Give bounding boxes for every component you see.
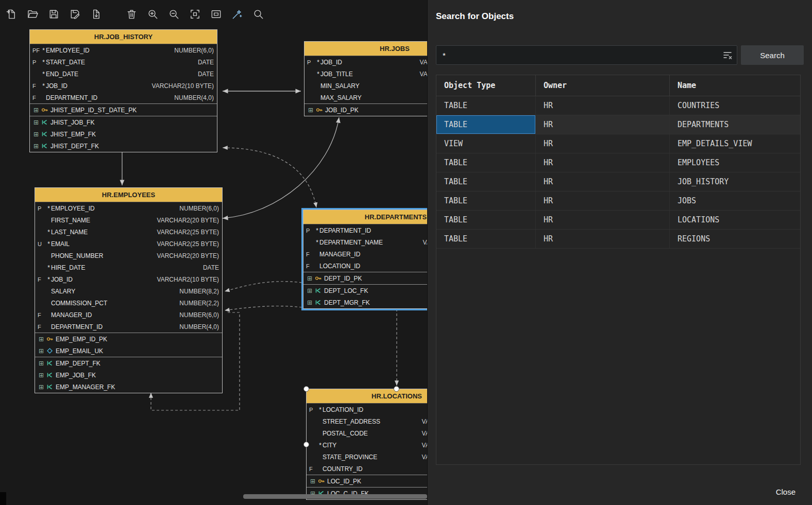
expand-icon[interactable]: ⊞: [307, 288, 312, 294]
delete-button[interactable]: [122, 5, 141, 24]
entity-departments[interactable]: HR.DEPARTMENTSP*DEPARTMENT_ID*DEPARTMENT…: [303, 210, 427, 309]
column-header-object-type[interactable]: Object Type: [436, 75, 536, 96]
expand-icon[interactable]: ⊞: [307, 300, 312, 306]
cell-owner[interactable]: HR: [536, 191, 670, 210]
diagram-canvas[interactable]: HR.JOB_HISTORYPF*EMPLOYEE_IDNUMBER(6,0)P…: [0, 0, 427, 505]
entity-title[interactable]: HR.DEPARTMENTS: [303, 210, 427, 224]
export-button[interactable]: [87, 5, 106, 24]
cell-object-type[interactable]: TABLE: [436, 191, 536, 210]
result-row[interactable]: TABLEHRJOBS: [436, 191, 800, 211]
expand-icon[interactable]: ⊞: [308, 107, 313, 113]
required-marker: *: [315, 239, 319, 246]
expand-icon[interactable]: ⊞: [39, 360, 44, 367]
cell-object-type[interactable]: VIEW: [436, 134, 536, 153]
cell-name[interactable]: JOB_HISTORY: [670, 172, 801, 191]
result-row[interactable]: TABLEHRDEPARTMENTS: [436, 115, 800, 134]
expand-icon[interactable]: ⊞: [307, 275, 312, 282]
cell-owner[interactable]: HR: [536, 211, 670, 229]
horizontal-scrollbar[interactable]: [243, 494, 427, 499]
entity-column: *JOB_TITLEVARCHAR2(35 BYTE): [304, 68, 427, 80]
save-as-button[interactable]: [65, 5, 84, 24]
column-header-owner[interactable]: Owner: [536, 75, 670, 96]
entity-column: *HIRE_DATEDATE: [35, 262, 222, 273]
column-name: MIN_SALARY: [320, 82, 427, 90]
fit-to-selection-button[interactable]: [185, 5, 205, 24]
results-body: TABLEHRCOUNTRIESTABLEHRDEPARTMENTSVIEWHR…: [436, 96, 800, 249]
cell-owner[interactable]: HR: [536, 230, 670, 248]
expand-icon[interactable]: ⊞: [33, 131, 39, 137]
cell-name[interactable]: DEPARTMENTS: [670, 115, 801, 134]
expand-icon[interactable]: ⊞: [33, 107, 39, 113]
key-name: EMP_EMP_ID_PK: [56, 336, 107, 343]
cell-name[interactable]: JOBS: [670, 191, 801, 210]
zoom-in-button[interactable]: [143, 5, 162, 24]
find-button[interactable]: [249, 5, 268, 24]
entity-employees[interactable]: HR.EMPLOYEESP*EMPLOYEE_IDNUMBER(6,0)FIRS…: [35, 187, 223, 393]
entity-title[interactable]: HR.EMPLOYEES: [35, 188, 222, 202]
selection-handle[interactable]: [303, 386, 309, 392]
auto-layout-button[interactable]: [228, 5, 247, 24]
entity-column: FLOCATION_ID: [303, 260, 427, 272]
result-row[interactable]: TABLEHRLOCATIONS: [436, 211, 800, 230]
cell-object-type[interactable]: TABLE: [436, 230, 536, 248]
save-button[interactable]: [44, 5, 63, 24]
column-type: NUMBER(2,2): [179, 300, 219, 307]
cell-owner[interactable]: HR: [536, 172, 670, 191]
selection-handle[interactable]: [303, 442, 309, 447]
result-row[interactable]: TABLEHRREGIONS: [436, 230, 800, 249]
open-button[interactable]: [23, 5, 42, 24]
column-type: NUMBER(4,0): [179, 323, 219, 330]
cell-owner[interactable]: HR: [536, 115, 670, 134]
zoom-out-icon: [168, 8, 180, 20]
entity-title[interactable]: HR.JOB_HISTORY: [30, 30, 217, 44]
cell-name[interactable]: EMP_DETAILS_VIEW: [670, 134, 801, 153]
cell-object-type[interactable]: TABLE: [436, 153, 536, 172]
new-diagram-button[interactable]: [2, 5, 21, 24]
entity-title[interactable]: HR.JOBS: [304, 42, 427, 56]
selection-handle[interactable]: [394, 386, 399, 392]
cell-object-type[interactable]: TABLE: [436, 115, 536, 134]
cell-name[interactable]: COUNTRIES: [670, 96, 801, 115]
key-name: JHIST_JOB_FK: [50, 119, 94, 126]
object-search-input[interactable]: [436, 45, 737, 65]
result-row[interactable]: TABLEHREMPLOYEES: [436, 153, 800, 172]
search-button[interactable]: Search: [741, 45, 804, 65]
expand-icon[interactable]: ⊞: [39, 372, 44, 378]
column-header-name[interactable]: Name: [670, 75, 801, 96]
column-type: NUMBER(6,0): [174, 47, 214, 54]
toolbar: [0, 0, 427, 28]
entity-job-history[interactable]: HR.JOB_HISTORYPF*EMPLOYEE_IDNUMBER(6,0)P…: [29, 29, 217, 152]
column-flag: F: [309, 466, 318, 472]
expand-icon[interactable]: ⊞: [33, 119, 39, 126]
column-name: LOCATION_ID: [323, 406, 427, 413]
fit-to-screen-button[interactable]: [207, 5, 226, 24]
trash-icon: [126, 8, 138, 20]
cell-object-type[interactable]: TABLE: [436, 96, 536, 115]
key-name: EMP_MANAGER_FK: [56, 384, 115, 391]
expand-icon[interactable]: ⊞: [33, 143, 39, 149]
column-name: HIRE_DATE: [51, 264, 198, 271]
expand-icon[interactable]: ⊞: [39, 336, 44, 342]
result-row[interactable]: TABLEHRJOB_HISTORY: [436, 172, 800, 191]
close-button[interactable]: Close: [773, 487, 799, 497]
entity-locations[interactable]: HR.LOCATIONSP*LOCATION_IDSTREET_ADDRESSV…: [306, 389, 427, 500]
zoom-out-button[interactable]: [164, 5, 183, 24]
cell-name[interactable]: LOCATIONS: [670, 211, 801, 229]
expand-icon[interactable]: ⊞: [39, 384, 44, 390]
entity-jobs[interactable]: HR.JOBSP*JOB_IDVARCHAR2(10 BYTE)*JOB_TIT…: [304, 41, 427, 116]
cell-owner[interactable]: HR: [536, 134, 670, 153]
expand-icon[interactable]: ⊞: [39, 348, 44, 354]
cell-object-type[interactable]: TABLE: [436, 211, 536, 229]
cell-owner[interactable]: HR: [536, 153, 670, 172]
cell-name[interactable]: REGIONS: [670, 230, 801, 248]
clear-filter-icon[interactable]: [722, 50, 733, 62]
cell-name[interactable]: EMPLOYEES: [670, 153, 801, 172]
result-row[interactable]: VIEWHREMP_DETAILS_VIEW: [436, 134, 800, 153]
required-marker: *: [46, 276, 51, 283]
expand-icon[interactable]: ⊞: [310, 478, 315, 484]
cell-object-type[interactable]: TABLE: [436, 172, 536, 191]
result-row[interactable]: TABLEHRCOUNTRIES: [436, 96, 800, 115]
entity-title[interactable]: HR.LOCATIONS: [307, 389, 427, 404]
cell-owner[interactable]: HR: [536, 96, 670, 115]
entity-key-row: ⊞LOC_ID_PK: [307, 475, 427, 487]
